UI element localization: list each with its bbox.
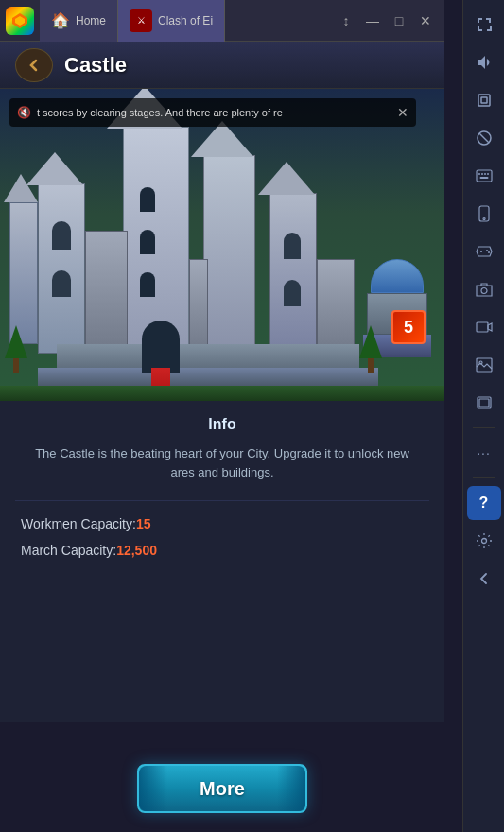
tab-game[interactable]: ⚔ Clash of Ei: [118, 0, 225, 42]
layers-sidebar-btn[interactable]: [467, 386, 501, 420]
info-panel: Info The Castle is the beating heart of …: [0, 401, 444, 722]
settings-sidebar-btn[interactable]: [467, 524, 501, 558]
help-sidebar-btn[interactable]: ?: [467, 486, 501, 520]
svg-line-5: [479, 133, 489, 143]
tab-home[interactable]: 🏠 Home: [40, 0, 118, 42]
bluestacks-icon: [6, 7, 34, 35]
svg-rect-12: [479, 206, 489, 221]
expand-sidebar-btn[interactable]: [467, 8, 501, 42]
keyboard-sidebar-btn[interactable]: [467, 159, 501, 193]
stats-section: Workmen Capacity:15 March Capacity:12,50…: [15, 500, 429, 573]
more-options-sidebar-btn[interactable]: ···: [467, 436, 501, 470]
svg-point-16: [486, 250, 488, 251]
tree-1: [5, 325, 27, 373]
notification-text: t scores by clearing stages. And there a…: [37, 107, 391, 118]
sidebar-separator-2: [473, 477, 495, 478]
minimize-btn[interactable]: —: [363, 13, 382, 28]
image-sidebar-btn[interactable]: [467, 348, 501, 382]
notification-close-btn[interactable]: ✕: [397, 105, 408, 120]
tree-2: [359, 325, 382, 373]
game-image: 🔇 t scores by clearing stages. And there…: [0, 89, 444, 401]
svg-point-18: [481, 288, 487, 294]
march-label: March Capacity:: [21, 543, 116, 558]
svg-point-13: [483, 218, 485, 220]
workmen-value: 15: [136, 516, 151, 531]
svg-rect-2: [478, 95, 490, 106]
info-description: The Castle is the beating heart of your …: [15, 444, 429, 481]
slash-sidebar-btn[interactable]: [467, 121, 501, 155]
svg-rect-6: [477, 170, 492, 182]
game-tab-icon: ⚔: [130, 9, 152, 32]
svg-rect-19: [477, 322, 488, 332]
back-button[interactable]: [15, 48, 53, 82]
main-content: 🏠 Home ⚔ Clash of Ei ↕ — □ ✕ Castle: [0, 0, 444, 832]
game-tab-label: Clash of Ei: [158, 14, 213, 27]
home-tab-label: Home: [76, 14, 106, 27]
castle-header: Castle: [0, 42, 444, 89]
volume-sidebar-btn[interactable]: [467, 45, 501, 79]
taskbar-controls: ↕ — □ ✕: [337, 13, 444, 28]
fullscreen-sidebar-btn[interactable]: [467, 83, 501, 117]
right-sidebar: ··· ?: [462, 0, 504, 832]
more-button-container: More: [137, 764, 307, 813]
camera-sidebar-btn[interactable]: [467, 272, 501, 306]
workmen-label: Workmen Capacity:: [21, 516, 136, 531]
castle-visual: 🔇 t scores by clearing stages. And there…: [0, 89, 444, 401]
video-sidebar-btn[interactable]: [467, 310, 501, 344]
notification-banner: 🔇 t scores by clearing stages. And there…: [9, 98, 416, 127]
sound-icon: 🔇: [17, 106, 31, 119]
more-button[interactable]: More: [137, 764, 307, 813]
march-value: 12,500: [116, 543, 157, 558]
maximize-btn[interactable]: □: [390, 13, 408, 28]
page-title: Castle: [64, 53, 127, 78]
stat-row-workmen: Workmen Capacity:15: [21, 511, 424, 537]
taskbar: 🏠 Home ⚔ Clash of Ei ↕ — □ ✕: [0, 0, 444, 42]
svg-point-17: [488, 251, 490, 253]
level-badge: 5: [391, 310, 426, 344]
gamepad-sidebar-btn[interactable]: [467, 234, 501, 269]
close-btn[interactable]: ✕: [416, 13, 435, 28]
back-sidebar-btn[interactable]: [467, 562, 501, 596]
svg-point-24: [481, 539, 486, 544]
svg-rect-3: [481, 97, 487, 103]
sync-btn[interactable]: ↕: [337, 13, 356, 28]
info-title: Info: [15, 416, 429, 433]
svg-rect-23: [479, 399, 489, 407]
phone-sidebar-btn[interactable]: [467, 197, 501, 231]
stat-row-march: March Capacity:12,500: [21, 537, 424, 563]
sidebar-separator-1: [473, 427, 495, 428]
